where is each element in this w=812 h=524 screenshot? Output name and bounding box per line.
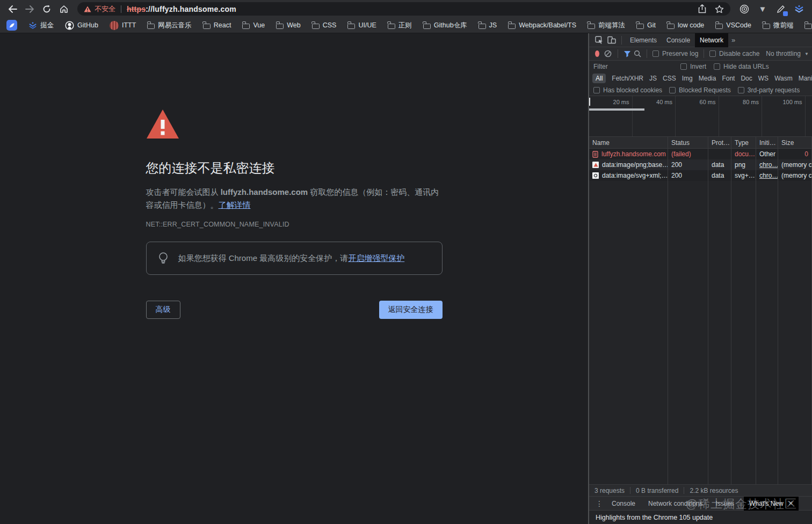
bookmark-folder[interactable]: UI/UE <box>347 21 376 29</box>
juejin-icon <box>28 21 37 30</box>
third-party-requests-checkbox[interactable]: 3rd-party requests <box>738 86 800 94</box>
folder-icon <box>508 24 516 29</box>
request-row[interactable]: data:image/svg+xml;… 200 data svg+… chro… <box>589 170 812 181</box>
requests-table-empty-area <box>589 181 812 484</box>
resource-type-filters: All Fetch/XHR JS CSS Img Media Font Doc … <box>589 72 812 84</box>
drawer-tab-console[interactable]: Console <box>605 500 642 507</box>
hide-data-urls-checkbox[interactable]: Hide data URLs <box>714 63 769 70</box>
advanced-button[interactable]: 高级 <box>146 301 180 319</box>
bookmark-item[interactable]: ITTT <box>110 21 136 30</box>
bookmark-folder[interactable]: Webpack/Babel/TS <box>508 21 576 29</box>
type-filter[interactable]: Doc <box>741 75 752 82</box>
bookmark-folder[interactable]: 正则 <box>388 21 412 30</box>
learn-more-link[interactable]: 了解详情 <box>219 200 251 209</box>
filter-input[interactable] <box>593 63 673 70</box>
bookmark-folder[interactable]: React <box>203 21 231 29</box>
extension-juejin-icon[interactable] <box>794 4 804 14</box>
forward-button[interactable] <box>23 2 37 16</box>
type-filter[interactable]: Img <box>682 75 693 82</box>
column-status[interactable]: Status <box>668 137 708 148</box>
column-size[interactable]: Size <box>778 137 812 148</box>
bookmark-folder[interactable]: JS <box>479 21 497 29</box>
back-button[interactable] <box>5 2 19 16</box>
network-toolbar: Preserve log Disable cache No throttling… <box>589 47 812 61</box>
reload-button[interactable] <box>40 2 54 16</box>
column-name[interactable]: Name <box>589 137 668 148</box>
drawer-tab-network-conditions[interactable]: Network conditions <box>642 500 709 507</box>
extension-target-icon[interactable] <box>739 4 750 14</box>
drawer-menu-icon[interactable]: ⋮ <box>593 499 605 508</box>
column-type[interactable]: Type <box>731 137 756 148</box>
whats-new-heading[interactable]: Highlights from the Chrome 105 update <box>589 510 812 524</box>
blue-app-icon <box>6 20 17 31</box>
tab-elements[interactable]: Elements <box>625 33 662 47</box>
bookmark-item[interactable]: GitHub <box>65 21 98 30</box>
bookmark-folder[interactable]: Vue <box>242 21 265 29</box>
network-overview-timeline[interactable]: 20 ms 40 ms 60 ms 80 ms 100 ms <box>589 96 812 137</box>
close-icon[interactable]: ✕ <box>788 500 793 507</box>
type-filter[interactable]: CSS <box>663 75 676 82</box>
throttling-select[interactable]: No throttling▼ <box>766 50 809 57</box>
disable-cache-checkbox[interactable]: Disable cache <box>709 50 759 57</box>
request-row[interactable]: data:image/png;base… 200 data png chro… … <box>589 159 812 170</box>
type-filter[interactable]: Manifest <box>799 75 812 82</box>
share-icon[interactable] <box>698 4 706 13</box>
url-text[interactable]: https://luffyzh.handsome.com <box>127 5 236 13</box>
initiator-link[interactable]: chro… <box>759 161 778 169</box>
bookmark-folder[interactable]: Git <box>636 21 656 29</box>
bookmark-folder[interactable]: 网易云音乐 <box>147 21 192 30</box>
extension-pencil-icon[interactable] <box>775 4 786 14</box>
blocked-requests-checkbox[interactable]: Blocked Requests <box>669 86 731 94</box>
preserve-log-checkbox[interactable]: Preserve log <box>653 50 698 57</box>
back-to-safety-button[interactable]: 返回安全连接 <box>379 301 443 319</box>
initiator-link[interactable]: chro… <box>759 172 778 179</box>
bookmark-star-icon[interactable] <box>715 5 724 13</box>
bookmark-folder[interactable]: 微前端 <box>763 21 794 30</box>
column-protocol[interactable]: Prot… <box>708 137 731 148</box>
invert-checkbox[interactable]: Invert <box>680 63 706 70</box>
record-button[interactable] <box>595 50 599 57</box>
security-label[interactable]: 不安全 <box>95 4 115 14</box>
bookmark-folder[interactable]: VSCode <box>715 21 751 29</box>
bookmark-folder[interactable]: Github仓库 <box>423 21 467 30</box>
bookmark-folder[interactable]: Web <box>276 21 300 29</box>
url-bar[interactable]: 不安全 https://luffyzh.handsome.com <box>77 2 730 16</box>
has-blocked-cookies-checkbox[interactable]: Has blocked cookies <box>593 86 662 94</box>
bookmark-folder[interactable]: CSS <box>312 21 337 29</box>
inspect-element-icon[interactable] <box>592 34 605 46</box>
type-filter[interactable]: Wasm <box>774 75 793 82</box>
type-filter[interactable]: WS <box>758 75 769 82</box>
type-filter[interactable]: Font <box>722 75 735 82</box>
filter-icon[interactable] <box>623 48 631 60</box>
type-filter[interactable]: JS <box>649 75 657 82</box>
home-button[interactable] <box>57 2 71 16</box>
column-initiator[interactable]: Initi… <box>756 137 778 148</box>
device-toolbar-icon[interactable] <box>605 34 618 46</box>
clear-icon[interactable] <box>604 48 612 60</box>
search-icon[interactable] <box>633 48 641 60</box>
folder-icon <box>804 24 812 29</box>
error-description: 攻击者可能会试图从 luffyzh.handsome.com 窃取您的信息（例如… <box>146 186 443 212</box>
type-filter[interactable]: Media <box>699 75 716 82</box>
insecure-warning-icon <box>84 6 91 12</box>
request-row[interactable]: luffyzh.handsome.com (failed) docu… Othe… <box>589 149 812 159</box>
enhanced-protection-box: 如果您想获得 Chrome 最高级别的安全保护，请开启增强型保护 <box>146 242 443 275</box>
extension-vue-icon[interactable]: ▼ <box>757 4 768 14</box>
bookmark-folder[interactable]: Nodejs <box>804 21 812 29</box>
tab-network[interactable]: Network <box>695 33 728 47</box>
timeline-brush-handle[interactable] <box>589 98 590 106</box>
transferred-size: 0 B transferred <box>636 487 678 494</box>
enable-protection-link[interactable]: 开启增强型保护 <box>348 253 404 263</box>
tab-console[interactable]: Console <box>662 33 695 47</box>
bookmark-item[interactable] <box>6 20 17 31</box>
ifttt-icon <box>110 21 119 30</box>
drawer-tab-issues[interactable]: Issues <box>709 500 741 507</box>
drawer-tab-whats-new[interactable]: What's New ✕ <box>744 497 799 511</box>
type-filter-all[interactable]: All <box>592 74 606 83</box>
type-filter[interactable]: Fetch/XHR <box>612 75 643 82</box>
bookmark-folder[interactable]: low code <box>667 21 704 29</box>
requests-count: 3 requests <box>595 487 625 494</box>
bookmark-item[interactable]: 掘金 <box>28 21 54 30</box>
bookmark-folder[interactable]: 前端算法 <box>588 21 625 30</box>
more-tabs-icon[interactable]: » <box>728 36 738 44</box>
